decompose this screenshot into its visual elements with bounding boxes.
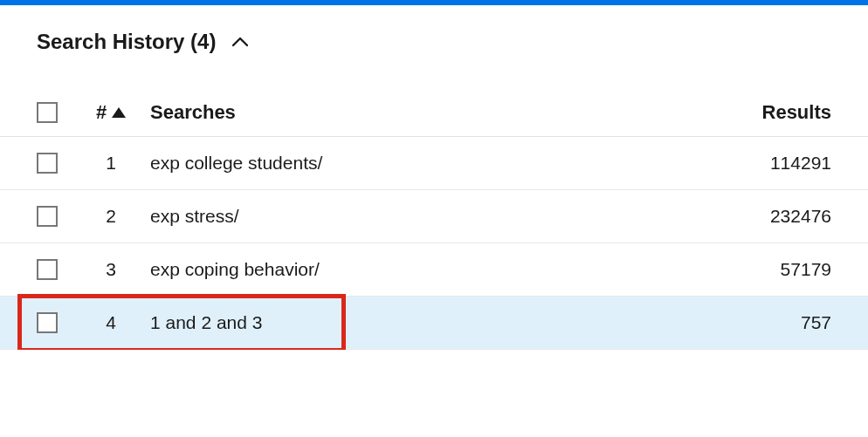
column-header-num[interactable]: # <box>79 101 143 124</box>
table-row[interactable]: 3exp coping behavior/57179 <box>0 243 868 297</box>
column-header-searches[interactable]: Searches <box>143 101 718 124</box>
table-row[interactable]: 1exp college students/114291 <box>0 137 868 190</box>
row-num: 1 <box>79 153 143 174</box>
table-header-row: # Searches Results <box>0 89 868 137</box>
chevron-up-icon <box>232 37 248 47</box>
table-row-wrapper: 41 and 2 and 3757 <box>0 297 868 350</box>
section-title: Search History (4) <box>37 30 216 54</box>
table-row[interactable]: 41 and 2 and 3757 <box>0 297 868 350</box>
row-checkbox[interactable] <box>37 206 58 227</box>
row-results: 114291 <box>718 153 831 174</box>
section-header: Search History (4) <box>0 30 868 89</box>
table-row[interactable]: 2exp stress/232476 <box>0 190 868 243</box>
column-header-num-label: # <box>96 101 107 124</box>
row-num: 2 <box>79 206 143 227</box>
row-results: 232476 <box>718 206 831 227</box>
collapse-toggle[interactable] <box>231 33 249 51</box>
row-results: 57179 <box>718 259 831 280</box>
row-search: exp stress/ <box>143 206 718 227</box>
select-all-cell <box>37 102 79 123</box>
table-row-wrapper: 3exp coping behavior/57179 <box>0 243 868 297</box>
row-checkbox[interactable] <box>37 259 58 280</box>
row-checkbox[interactable] <box>37 153 58 174</box>
row-num: 3 <box>79 259 143 280</box>
checkbox-cell <box>37 259 79 280</box>
row-search: exp college students/ <box>143 153 718 174</box>
main-container: Search History (4) # Searches Results 1e… <box>0 5 868 350</box>
table-body: 1exp college students/1142912exp stress/… <box>0 137 868 350</box>
row-results: 757 <box>718 312 831 333</box>
search-history-table: # Searches Results 1exp college students… <box>0 89 868 350</box>
table-row-wrapper: 1exp college students/114291 <box>0 137 868 190</box>
checkbox-cell <box>37 206 79 227</box>
row-search: 1 and 2 and 3 <box>143 312 718 333</box>
table-row-wrapper: 2exp stress/232476 <box>0 190 868 243</box>
sort-ascending-icon <box>112 107 126 118</box>
row-search: exp coping behavior/ <box>143 259 718 280</box>
checkbox-cell <box>37 312 79 333</box>
select-all-checkbox[interactable] <box>37 102 58 123</box>
checkbox-cell <box>37 153 79 174</box>
column-header-results[interactable]: Results <box>718 101 831 124</box>
row-num: 4 <box>79 312 143 333</box>
row-checkbox[interactable] <box>37 312 58 333</box>
